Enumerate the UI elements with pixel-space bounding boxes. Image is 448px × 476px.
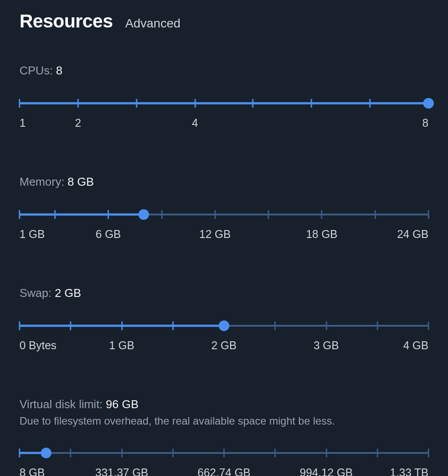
cpus-label-text: CPUs: xyxy=(20,64,53,77)
swap-tick xyxy=(275,321,276,330)
swap-tick-label: 3 GB xyxy=(314,339,339,352)
setting-cpus: CPUs: 81248 xyxy=(20,64,428,131)
cpus-tick-label: 2 xyxy=(75,117,81,129)
memory-tick xyxy=(321,210,322,219)
setting-swap: Swap: 2 GB0 Bytes1 GB2 GB3 GB4 GB xyxy=(20,286,428,353)
cpus-tick xyxy=(19,99,20,108)
memory-tick xyxy=(214,210,216,219)
memory-tick-label: 1 GB xyxy=(20,228,45,241)
memory-tick xyxy=(161,210,162,219)
disk-tick xyxy=(224,449,225,457)
page-title: Resources xyxy=(20,11,113,32)
memory-tick xyxy=(108,210,109,219)
memory-tick-labels: 1 GB6 GB12 GB18 GB24 GB xyxy=(20,228,428,242)
swap-tick-label: 4 GB xyxy=(403,339,428,352)
cpus-label: CPUs: 8 xyxy=(20,64,428,78)
disk-tick xyxy=(121,449,122,457)
memory-tick xyxy=(375,210,376,219)
cpus-tick xyxy=(252,99,254,108)
cpus-track-fill xyxy=(20,102,428,105)
disk-tick-label: 662.74 GB xyxy=(197,466,251,476)
disk-tick xyxy=(19,449,20,457)
swap-value: 2 GB xyxy=(55,286,81,300)
memory-track-fill xyxy=(20,214,144,216)
swap-tick xyxy=(172,321,173,330)
cpus-tick-labels: 1248 xyxy=(20,117,428,131)
page-subtitle: Advanced xyxy=(125,16,181,31)
disk-tick xyxy=(70,449,71,457)
setting-memory: Memory: 8 GB1 GB6 GB12 GB18 GB24 GB xyxy=(20,175,428,242)
cpus-slider-thumb[interactable] xyxy=(423,98,434,109)
setting-disk: Virtual disk limit: 96 GBDue to filesyst… xyxy=(20,398,428,476)
disk-help-text: Due to filesystem overhead, the real ava… xyxy=(20,415,428,427)
swap-tick-label: 1 GB xyxy=(109,339,134,352)
memory-tick xyxy=(428,210,429,219)
disk-tick-label: 8 GB xyxy=(20,466,45,476)
disk-tick xyxy=(428,449,429,457)
disk-label-text: Virtual disk limit: xyxy=(20,398,102,411)
cpus-tick-label: 8 xyxy=(422,117,428,129)
swap-tick-label: 2 GB xyxy=(212,339,237,352)
memory-tick-label: 6 GB xyxy=(96,228,121,241)
cpus-tick-label: 4 xyxy=(192,117,198,129)
disk-tick-label: 1.33 TB xyxy=(390,466,428,476)
swap-tick xyxy=(19,321,20,330)
disk-tick-label: 331.37 GB xyxy=(95,466,149,476)
swap-label-text: Swap: xyxy=(20,286,51,300)
cpus-tick xyxy=(77,99,79,108)
cpus-value: 8 xyxy=(56,64,62,77)
disk-tick-labels: 8 GB331.37 GB662.74 GB994.12 GB1.33 TB xyxy=(20,466,428,476)
disk-value: 96 GB xyxy=(106,398,139,411)
cpus-tick-label: 1 xyxy=(20,117,26,129)
memory-tick-label: 12 GB xyxy=(199,228,231,241)
swap-slider[interactable]: 0 Bytes1 GB2 GB3 GB4 GB xyxy=(7,321,441,353)
disk-label: Virtual disk limit: 96 GB xyxy=(20,398,428,411)
disk-tick xyxy=(172,449,173,457)
swap-tick xyxy=(428,321,429,330)
memory-label-text: Memory: xyxy=(20,175,64,188)
page-header: Resources Advanced xyxy=(20,11,428,32)
swap-tick-label: 0 Bytes xyxy=(20,339,56,352)
cpus-tick xyxy=(136,99,137,108)
memory-tick xyxy=(19,210,20,219)
cpus-tick xyxy=(311,99,312,108)
swap-tick xyxy=(326,321,327,330)
disk-slider[interactable]: 8 GB331.37 GB662.74 GB994.12 GB1.33 TB xyxy=(7,449,441,476)
swap-tick-labels: 0 Bytes1 GB2 GB3 GB4 GB xyxy=(20,339,428,353)
disk-slider-thumb[interactable] xyxy=(41,448,51,458)
memory-slider[interactable]: 1 GB6 GB12 GB18 GB24 GB xyxy=(7,210,441,242)
memory-slider-thumb[interactable] xyxy=(138,209,149,220)
cpus-tick xyxy=(369,99,371,108)
swap-tick xyxy=(121,321,122,330)
swap-tick xyxy=(377,321,378,330)
cpus-tick xyxy=(194,99,196,108)
disk-tick xyxy=(275,449,276,457)
memory-tick-label: 24 GB xyxy=(397,228,428,241)
disk-tick xyxy=(377,449,378,457)
swap-label: Swap: 2 GB xyxy=(20,286,428,300)
disk-tick-label: 994.12 GB xyxy=(300,466,353,476)
memory-tick xyxy=(55,210,56,219)
memory-label: Memory: 8 GB xyxy=(20,175,428,189)
swap-tick xyxy=(70,321,71,330)
memory-tick xyxy=(268,210,269,219)
cpus-slider[interactable]: 1248 xyxy=(7,99,441,131)
memory-value: 8 GB xyxy=(67,175,94,188)
disk-tick xyxy=(326,449,327,457)
memory-tick-label: 18 GB xyxy=(306,228,338,241)
swap-slider-thumb[interactable] xyxy=(219,320,229,331)
